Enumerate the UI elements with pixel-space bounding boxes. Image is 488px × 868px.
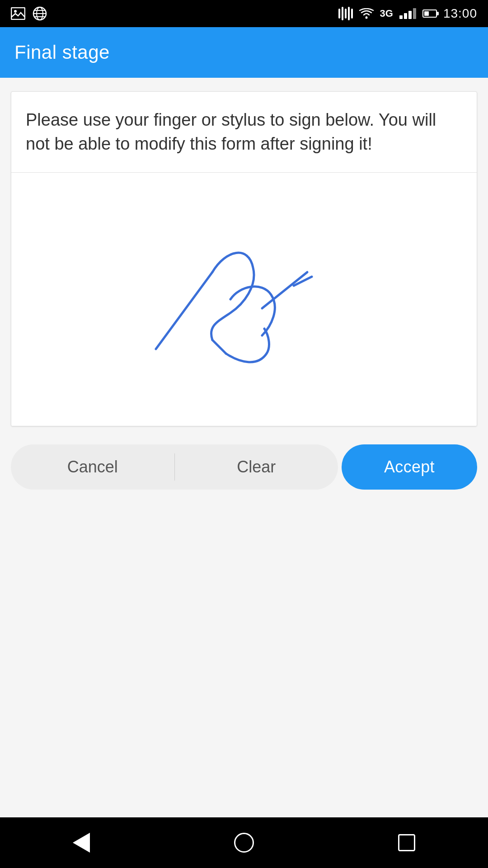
network-label: 3G	[380, 8, 393, 19]
signature-svg	[11, 173, 477, 426]
svg-point-7	[365, 17, 367, 19]
main-content: Please use your finger or stylus to sign…	[0, 78, 488, 817]
page-title: Final stage	[14, 42, 110, 63]
battery-icon	[422, 9, 437, 18]
signal-icon	[399, 8, 416, 19]
svg-rect-0	[11, 8, 25, 19]
cancel-button[interactable]: Cancel	[11, 444, 174, 490]
status-bar: 3G 13:00	[0, 0, 488, 27]
status-bar-right: 3G 13:00	[338, 6, 477, 21]
clear-button[interactable]: Clear	[175, 444, 338, 490]
back-icon	[73, 833, 90, 853]
signature-instructions: Please use your finger or stylus to sign…	[11, 92, 477, 173]
signature-canvas[interactable]	[11, 173, 477, 426]
home-button[interactable]	[226, 825, 262, 861]
buttons-row: Cancel Clear Accept	[11, 444, 477, 490]
status-time: 13:00	[443, 6, 477, 21]
wifi-icon	[359, 8, 374, 19]
home-icon	[234, 833, 254, 853]
instructions-text: Please use your finger or stylus to sign…	[26, 108, 462, 156]
svg-point-1	[14, 10, 17, 13]
image-icon	[11, 7, 25, 20]
app-bar: Final stage	[0, 27, 488, 78]
vibrate-icon	[338, 7, 353, 20]
btn-group-left: Cancel Clear	[11, 444, 338, 490]
status-bar-left	[11, 6, 47, 21]
recents-button[interactable]	[389, 825, 425, 861]
nav-bar	[0, 817, 488, 868]
back-button[interactable]	[63, 825, 99, 861]
accept-button[interactable]: Accept	[342, 444, 477, 490]
recents-icon	[398, 834, 415, 851]
signature-card: Please use your finger or stylus to sign…	[11, 91, 477, 426]
globe-icon	[33, 6, 47, 21]
